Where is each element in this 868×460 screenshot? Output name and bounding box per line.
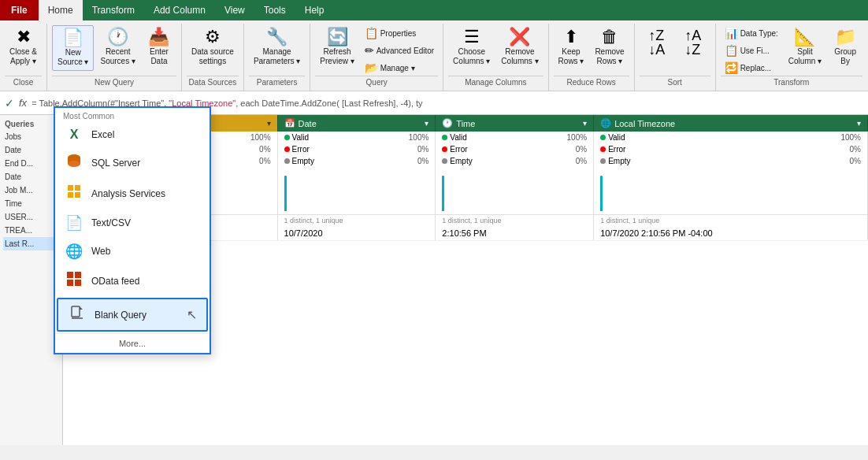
ribbon-group-query: 🔄 RefreshPreview ▾ 📋 Properties ✏ Advanc…	[310, 24, 443, 91]
split-column-button[interactable]: 📐 SplitColumn ▾	[784, 25, 826, 69]
col-type-icon-local-timezone: 🌐	[600, 118, 611, 128]
dropdown-item-analysis-label: Analysis Services	[91, 188, 165, 199]
excel-icon: X	[65, 128, 83, 142]
transform-group-label: Transform	[721, 76, 862, 89]
queries-panel-header: Queries	[3, 118, 59, 130]
dropdown-item-odata[interactable]: OData feed	[55, 265, 210, 296]
ribbon-group-transform: 📊 Data Type: 📋 Use Fi... 🔁 Replac... 📐 S…	[716, 24, 867, 91]
query-item-endd[interactable]: End D...	[3, 157, 59, 170]
keep-rows-icon: ⬆	[564, 28, 578, 46]
recent-sources-button[interactable]: 🕐 RecentSources ▾	[95, 25, 139, 69]
advanced-editor-button[interactable]: ✏ Advanced Editor	[361, 43, 438, 58]
col-name-time: Time	[456, 119, 475, 128]
dropdown-item-sql-server[interactable]: SQL Server	[55, 147, 210, 178]
svg-rect-11	[72, 306, 80, 317]
ribbon-tab-bar: File Home Transform Add Column View Tool…	[0, 0, 868, 20]
dropdown-more-button[interactable]: More...	[55, 333, 210, 353]
query-item-jobs[interactable]: Jobs	[3, 130, 59, 143]
use-first-row-icon: 📋	[725, 44, 738, 57]
col-header-time[interactable]: 🕐 Time ▾	[436, 115, 594, 132]
query-item-lastr[interactable]: Last R...	[3, 237, 59, 250]
col-arrow-time[interactable]: ▾	[583, 119, 587, 128]
close-apply-icon: ✖	[17, 28, 31, 46]
analysis-services-icon	[65, 184, 83, 203]
tab-transform[interactable]: Transform	[83, 0, 144, 20]
dropdown-item-excel[interactable]: X Excel	[55, 122, 210, 147]
svg-rect-5	[68, 192, 73, 198]
svg-rect-6	[75, 192, 80, 198]
col-name-date: Date	[299, 119, 317, 128]
web-icon: 🌐	[65, 243, 83, 260]
choose-columns-icon: ☰	[464, 28, 480, 46]
col-arrow-last-refresh[interactable]: ▾	[267, 119, 271, 128]
query-item-jobm[interactable]: Job M...	[3, 184, 59, 197]
tab-view[interactable]: View	[215, 0, 254, 20]
use-first-row-button[interactable]: 📋 Use Fi...	[721, 43, 782, 58]
sort-group-label: Sort	[640, 76, 710, 89]
recent-sources-icon: 🕐	[107, 28, 128, 46]
ribbon-group-reduce-rows: ⬆ KeepRows ▾ 🗑 RemoveRows ▾ Reduce Rows	[549, 24, 635, 91]
data-source-settings-button[interactable]: ⚙ Data sourcesettings	[187, 25, 239, 69]
odata-icon	[65, 271, 83, 291]
dropdown-item-blank-query[interactable]: Blank Query ↖	[57, 298, 208, 332]
close-group-label: Close	[5, 76, 42, 89]
dropdown-item-web[interactable]: 🌐 Web	[55, 237, 210, 265]
tab-help[interactable]: Help	[295, 0, 334, 20]
query-item-date1[interactable]: Date	[3, 143, 59, 157]
tab-add-column[interactable]: Add Column	[144, 0, 215, 20]
group-by-button[interactable]: 📁 GroupBy	[828, 25, 862, 69]
dropdown-item-analysis-services[interactable]: Analysis Services	[55, 178, 210, 209]
tab-tools[interactable]: Tools	[254, 0, 295, 20]
dropdown-item-excel-label: Excel	[91, 129, 114, 140]
query-item-user[interactable]: USER...	[3, 210, 59, 224]
cell-local-timezone: 10/7/2020 2:10:56 PM -04:00	[594, 226, 868, 241]
properties-icon: 📋	[365, 27, 378, 39]
col-header-date[interactable]: 📅 Date ▾	[277, 115, 436, 132]
svg-rect-9	[67, 280, 73, 286]
svg-rect-10	[75, 280, 81, 286]
sort-asc-button[interactable]: ↑Z↓A	[640, 25, 674, 61]
tab-file[interactable]: File	[0, 0, 39, 20]
dropdown-item-text-csv[interactable]: 📄 Text/CSV	[55, 209, 210, 237]
new-source-icon: 📄	[62, 29, 83, 46]
query-item-date2[interactable]: Date	[3, 170, 59, 184]
col-arrow-local-timezone[interactable]: ▾	[857, 119, 861, 128]
enter-data-button[interactable]: 📥 EnterData	[142, 25, 176, 69]
remove-columns-button[interactable]: ❌ RemoveColumns ▾	[496, 25, 543, 69]
data-type-icon: 📊	[725, 27, 738, 39]
manage-parameters-button[interactable]: 🔧 ManageParameters ▾	[249, 25, 305, 69]
remove-rows-icon: 🗑	[601, 28, 618, 46]
col-type-icon-time: 🕐	[442, 118, 453, 128]
ribbon-group-sort: ↑Z↓A ↑A↓Z Sort	[635, 24, 716, 91]
sort-desc-button[interactable]: ↑A↓Z	[676, 25, 710, 61]
text-csv-icon: 📄	[65, 214, 83, 232]
tab-home[interactable]: Home	[39, 0, 83, 20]
keep-rows-button[interactable]: ⬆ KeepRows ▾	[554, 25, 589, 69]
formula-fx-icon: fx	[19, 97, 27, 109]
refresh-preview-button[interactable]: 🔄 RefreshPreview ▾	[315, 25, 358, 69]
dropdown-section-header: Most Common	[55, 108, 210, 122]
replace-values-button[interactable]: 🔁 Replac...	[721, 60, 782, 76]
data-type-button[interactable]: 📊 Data Type:	[721, 25, 782, 41]
close-apply-button[interactable]: ✖ Close &Apply ▾	[5, 25, 42, 69]
manage-parameters-icon: 🔧	[266, 28, 287, 46]
new-query-group-label: New Query	[52, 76, 176, 89]
col-header-local-timezone[interactable]: 🌐 Local Timezone ▾	[594, 115, 868, 132]
manage-button[interactable]: 📂 Manage ▾	[361, 60, 438, 76]
formula-check-icon[interactable]: ✓	[5, 97, 14, 109]
ribbon-content: ✖ Close &Apply ▾ Close 📄 NewSource ▾ 🕐 R…	[0, 20, 868, 91]
query-item-time[interactable]: Time	[3, 197, 59, 210]
properties-button[interactable]: 📋 Properties	[361, 25, 438, 41]
ribbon-group-parameters: 🔧 ManageParameters ▾ Parameters	[244, 24, 310, 91]
new-source-button[interactable]: 📄 NewSource ▾	[52, 25, 94, 71]
col-arrow-date[interactable]: ▾	[425, 119, 428, 128]
svg-rect-4	[75, 185, 80, 191]
remove-rows-button[interactable]: 🗑 RemoveRows ▾	[590, 25, 629, 69]
query-group-label: Query	[315, 76, 438, 89]
cursor-indicator: ↖	[187, 307, 197, 322]
col-name-local-timezone: Local Timezone	[614, 119, 675, 128]
query-item-trea[interactable]: TREA...	[3, 224, 59, 237]
data-sources-group-label: Data Sources	[187, 76, 239, 89]
ribbon: File Home Transform Add Column View Tool…	[0, 0, 868, 91]
choose-columns-button[interactable]: ☰ ChooseColumns ▾	[448, 25, 495, 69]
